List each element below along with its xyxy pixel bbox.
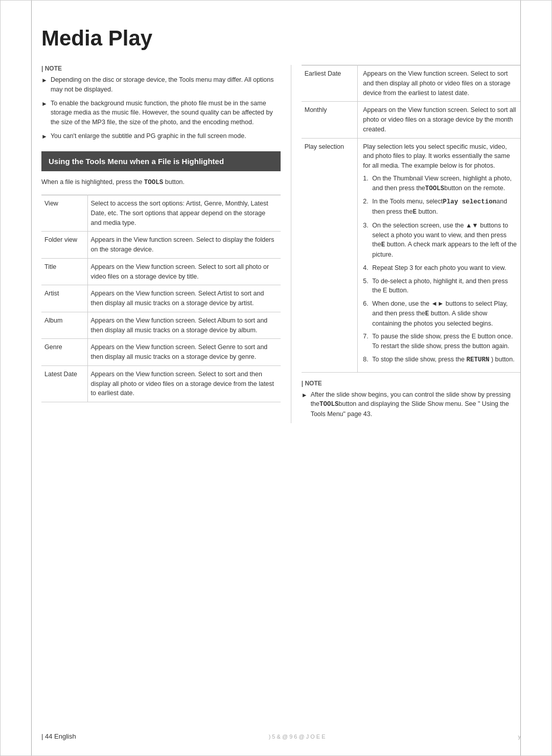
menu-desc-artist: Appears on the View function screen. Sel… (87, 285, 281, 312)
menu-desc-folder: Appears in the View function screen. Sel… (87, 232, 281, 259)
menu-item-title: Title (41, 258, 87, 285)
list-item: 4.Repeat Step 3 for each photo you want … (363, 263, 518, 273)
list-item: 1.On the Thumbnail View screen, highligh… (363, 174, 518, 194)
step-text: To pause the slide show, press the E but… (372, 332, 518, 351)
play-selection-desc: Play selection lets you select specific … (358, 138, 521, 372)
section-header-text: Using the Tools Menu when a File is High… (49, 157, 224, 166)
note-label-left: | NOTE (41, 65, 281, 72)
note-text-2: To enable the background music function,… (51, 99, 281, 127)
page-number: | 44 English (41, 732, 76, 740)
step-text: In the Tools menu, selectPlay selectiona… (372, 197, 518, 217)
pipe-char: | (41, 732, 43, 740)
note-item-3: ► You can't enlarge the subtitle and PG … (41, 131, 281, 141)
table-row: Genre Appears on the View function scree… (41, 339, 281, 366)
intro-text: When a file is highlighted, press the TO… (41, 177, 281, 188)
page-container: Media Play | NOTE ► Depending on the dis… (0, 0, 552, 756)
step-text: To stop the slide show, press the RETURN… (372, 355, 515, 365)
list-item: 5.To de-select a photo, highlight it, an… (363, 277, 518, 296)
list-item: 3.On the selection screen, use the ▲▼ bu… (363, 221, 518, 260)
col-right: Earliest Date Appears on the View functi… (291, 65, 521, 423)
arrow-icon-3: ► (41, 132, 48, 141)
play-selection-label: Play selection (302, 138, 358, 372)
section-header: Using the Tools Menu when a File is High… (41, 151, 281, 172)
two-col-layout: | NOTE ► Depending on the disc or storag… (41, 65, 521, 423)
step-num: 3. (363, 221, 372, 231)
step-text: When done, use the ◄► buttons to select … (372, 299, 518, 328)
table-row: Album Appears on the View function scree… (41, 312, 281, 339)
menu-desc-title: Appears on the View function screen. Sel… (87, 258, 281, 285)
col-left: | NOTE ► Depending on the disc or storag… (41, 65, 291, 423)
step-num: 7. (363, 332, 372, 341)
monthly-label: Monthly (302, 102, 358, 138)
menu-desc-album: Appears on the View function screen. Sel… (87, 312, 281, 339)
earliest-date-label: Earliest Date (302, 65, 358, 102)
list-item: 6.When done, use the ◄► buttons to selec… (363, 299, 518, 328)
right-table: Earliest Date Appears on the View functi… (302, 65, 521, 373)
menu-item-view: View (41, 195, 87, 232)
intro-before: When a file is highlighted, press the (41, 178, 144, 186)
note-label-right: | NOTE (302, 380, 521, 387)
note-block-right: | NOTE ► After the slide show begins, yo… (302, 380, 521, 419)
arrow-icon-2: ► (41, 99, 48, 108)
table-row: View Select to access the sort options: … (41, 195, 281, 232)
menu-item-latest: Latest Date (41, 365, 87, 402)
menu-item-album: Album (41, 312, 87, 339)
note-block-left: | NOTE ► Depending on the disc or storag… (41, 65, 281, 141)
footer-code: ) 5 & @ 9 6 @ J O E E (269, 734, 326, 740)
note-item-right-1: ► After the slide show begins, you can c… (302, 390, 521, 419)
footer-side-char: y (518, 734, 521, 740)
menu-item-artist: Artist (41, 285, 87, 312)
tools-keyword: TOOLS (144, 179, 164, 186)
step-text: On the Thumbnail View screen, highlight … (372, 174, 518, 194)
step-num: 8. (363, 355, 372, 364)
list-item: 2.In the Tools menu, selectPlay selectio… (363, 197, 518, 217)
list-item: 7.To pause the slide show, press the E b… (363, 332, 518, 351)
note-text-1: Depending on the disc or storage device,… (51, 75, 281, 95)
menu-table: View Select to access the sort options: … (41, 195, 281, 402)
earliest-date-desc: Appears on the View function screen. Sel… (358, 65, 521, 102)
menu-desc-latest: Appears on the View function screen. Sel… (87, 365, 281, 402)
margin-line-right (520, 1, 521, 755)
step-num: 6. (363, 299, 372, 309)
note-item-1: ► Depending on the disc or storage devic… (41, 75, 281, 95)
note-text-right-1: After the slide show begins, you can con… (311, 390, 521, 419)
arrow-icon-1: ► (41, 76, 48, 85)
table-row: Latest Date Appears on the View function… (41, 365, 281, 402)
menu-item-folder: Folder view (41, 232, 87, 259)
step-num: 5. (363, 277, 372, 286)
step-num: 2. (363, 197, 372, 207)
note-item-2: ► To enable the background music functio… (41, 99, 281, 127)
menu-desc-view: Select to access the sort options: Artis… (87, 195, 281, 232)
arrow-icon-right: ► (302, 391, 308, 400)
page-title: Media Play (41, 26, 521, 51)
menu-desc-genre: Appears on the View function screen. Sel… (87, 339, 281, 366)
margin-line-left (31, 1, 32, 755)
table-row: Artist Appears on the View function scre… (41, 285, 281, 312)
step-num: 1. (363, 174, 372, 184)
step-text: Repeat Step 3 for each photo you want to… (372, 263, 506, 273)
list-item: 8.To stop the slide show, press the RETU… (363, 355, 518, 365)
play-steps-list: 1.On the Thumbnail View screen, highligh… (363, 174, 518, 365)
step-num: 4. (363, 263, 372, 273)
table-row: Folder view Appears in the View function… (41, 232, 281, 259)
page-footer: | 44 English ) 5 & @ 9 6 @ J O E E y (41, 732, 521, 740)
table-row-monthly: Monthly Appears on the View function scr… (302, 102, 521, 138)
page-number-text: 44 English (45, 732, 76, 740)
monthly-desc: Appears on the View function screen. Sel… (358, 102, 521, 138)
intro-after: button. (163, 178, 185, 186)
step-text: To de-select a photo, highlight it, and … (372, 277, 518, 296)
play-intro: Play selection lets you select specific … (363, 142, 518, 171)
table-row-play-selection: Play selection Play selection lets you s… (302, 138, 521, 372)
note-text-3: You can't enlarge the subtitle and PG gr… (51, 131, 246, 141)
table-row-earliest: Earliest Date Appears on the View functi… (302, 65, 521, 102)
step-text: On the selection screen, use the ▲▼ butt… (372, 221, 518, 260)
menu-item-genre: Genre (41, 339, 87, 366)
table-row: Title Appears on the View function scree… (41, 258, 281, 285)
